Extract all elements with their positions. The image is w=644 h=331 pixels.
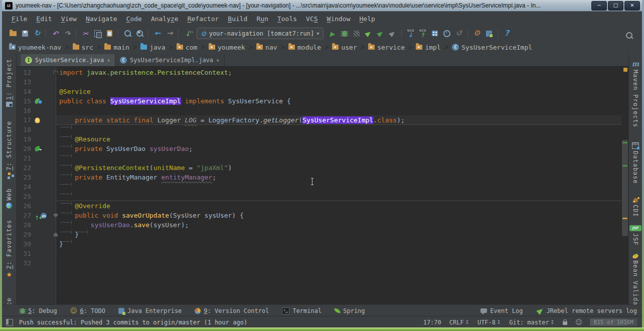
menu-vcs[interactable]: VCS xyxy=(301,14,322,24)
breadcrumb-item-nav[interactable]: nav xyxy=(256,44,277,51)
error-stripe-mark[interactable] xyxy=(622,142,627,143)
project-structure-icon[interactable] xyxy=(483,28,495,39)
jm-gutter-icon[interactable] xyxy=(41,213,47,219)
readonly-lock-icon[interactable] xyxy=(563,319,567,325)
tool-window-button-2-favorites[interactable]: 2: Favorites xyxy=(6,220,13,279)
error-stripe-mark[interactable] xyxy=(623,68,627,72)
help-icon[interactable] xyxy=(501,28,513,39)
run-configuration-select[interactable]: your-navigation [tomcat7:run]▼ xyxy=(197,28,324,39)
line-number[interactable]: 19 xyxy=(17,134,34,144)
tool-window-button-jsf[interactable]: JSF xyxy=(629,225,641,246)
maximize-button[interactable]: □ xyxy=(608,1,623,11)
forward-icon[interactable] xyxy=(164,28,176,39)
line-number[interactable]: 23 xyxy=(17,173,34,182)
tool-window-button-5-debug[interactable]: 5: Debug xyxy=(20,307,57,314)
error-stripe-mark[interactable] xyxy=(622,218,627,219)
close-icon[interactable]: × xyxy=(216,57,220,64)
menu-run[interactable]: Run xyxy=(252,14,272,24)
breadcrumb-item-service[interactable]: service xyxy=(368,44,405,51)
jrebel-run-icon[interactable] xyxy=(363,28,375,39)
compile-icon[interactable] xyxy=(182,28,194,39)
breadcrumb-item-user[interactable]: user xyxy=(332,44,357,51)
tool-window-button-9-version-control[interactable]: 9: Version Control xyxy=(195,307,269,314)
tool-window-toggle-icon[interactable] xyxy=(6,319,13,326)
line-number[interactable]: 14 xyxy=(17,87,34,96)
tool-window-button-java-enterprise[interactable]: Java Enterprise xyxy=(118,307,182,314)
line-number[interactable]: 20 xyxy=(17,144,34,153)
tab-sysuserservice.java[interactable]: SysUserService.java× xyxy=(21,54,115,66)
line-number[interactable]: 28 xyxy=(17,220,34,230)
open-folder-icon[interactable] xyxy=(7,28,19,39)
line-number[interactable]: 17 xyxy=(17,115,34,125)
menu-tools[interactable]: Tools xyxy=(273,14,301,24)
changes-icon[interactable] xyxy=(429,28,441,39)
bean-gutter-icon[interactable] xyxy=(34,98,41,104)
close-icon[interactable]: × xyxy=(107,57,110,64)
tool-window-button-cdi[interactable]: CDI xyxy=(632,198,639,217)
line-number[interactable]: 13 xyxy=(17,77,34,87)
local-history-icon[interactable] xyxy=(441,28,453,39)
tool-window-button-event-log[interactable]: Event Log xyxy=(480,307,523,314)
tool-window-button-7-structure[interactable]: 7: Structure xyxy=(6,121,13,175)
line-number[interactable]: 21 xyxy=(17,153,34,163)
breadcrumb-item-sysuserserviceimpl[interactable]: SysUserServiceImpl xyxy=(452,44,532,51)
line-number[interactable]: 27 xyxy=(17,211,34,220)
sync-icon[interactable] xyxy=(31,28,43,39)
tool-window-button-6-todo[interactable]: 6: TODO xyxy=(70,307,105,314)
run-icon[interactable] xyxy=(327,28,339,39)
breadcrumb-item-module[interactable]: module xyxy=(288,44,321,51)
tool-window-button-database[interactable]: Database xyxy=(632,142,639,184)
menu-build[interactable]: Build xyxy=(223,14,252,24)
line-number[interactable]: 15 xyxy=(17,96,34,106)
line-number[interactable]: 25 xyxy=(17,192,34,201)
git-branch-widget[interactable]: Git: master↕ xyxy=(509,319,555,326)
memory-indicator[interactable]: 815 of 1016M xyxy=(589,318,638,326)
tool-window-button-maven-projects[interactable]: Maven Projects xyxy=(632,60,639,127)
encoding-widget[interactable]: UTF-8↕ xyxy=(477,319,501,326)
line-number[interactable]: 29 xyxy=(17,230,34,239)
line-number[interactable]: 30 xyxy=(17,239,34,249)
bulb-gutter-icon[interactable] xyxy=(35,117,40,123)
breadcrumb-item-src[interactable]: src xyxy=(73,44,93,51)
breadcrumb-item-youmeek-nav[interactable]: youmeek-nav xyxy=(9,44,61,51)
paste-icon[interactable] xyxy=(103,28,115,39)
search-everywhere-icon[interactable] xyxy=(623,30,635,41)
line-number[interactable]: 18 xyxy=(17,125,34,134)
scrollbar-thumb[interactable] xyxy=(622,140,628,236)
error-stripe-mark[interactable] xyxy=(622,165,627,167)
breadcrumb-item-impl[interactable]: impl xyxy=(416,44,440,51)
tool-window-button-jrebel-remote-servers-log[interactable]: JRebel remote servers log xyxy=(538,307,637,314)
menu-analyze[interactable]: Analyze xyxy=(146,14,183,24)
menu-file[interactable]: File xyxy=(7,14,32,24)
line-number[interactable]: 12 xyxy=(17,68,34,77)
highlighting-level-icon[interactable]: ☺ xyxy=(575,318,582,326)
redo-icon[interactable] xyxy=(61,28,73,39)
tool-window-button-spring[interactable]: Spring xyxy=(335,307,365,314)
replace-icon[interactable] xyxy=(133,28,145,39)
close-button[interactable]: ✕ xyxy=(624,1,640,11)
line-number[interactable]: 31 xyxy=(17,249,34,258)
back-icon[interactable] xyxy=(151,28,164,39)
breadcrumb-item-com[interactable]: com xyxy=(177,44,197,51)
menu-help[interactable]: Help xyxy=(355,14,380,24)
line-number[interactable]: 26 xyxy=(17,201,34,211)
attach-icon[interactable] xyxy=(387,28,399,39)
autowired-gutter-icon[interactable] xyxy=(34,145,41,151)
debug-icon[interactable] xyxy=(339,28,351,39)
menu-view[interactable]: View xyxy=(57,14,81,24)
vcs-commit-icon[interactable] xyxy=(417,28,429,39)
title-bar[interactable]: IJ youmeek-nav - [C:\Users\zhangchaohuan… xyxy=(0,0,644,12)
line-number[interactable]: 22 xyxy=(17,163,34,173)
rollback-icon[interactable] xyxy=(453,28,465,39)
line-separator-widget[interactable]: CRLF↕ xyxy=(449,319,469,326)
menu-refactor[interactable]: Refactor xyxy=(183,14,224,24)
error-stripe[interactable] xyxy=(621,67,628,304)
line-number[interactable]: 16 xyxy=(17,106,34,115)
tool-window-button-terminal[interactable]: Terminal xyxy=(282,307,321,314)
find-icon[interactable] xyxy=(121,28,133,39)
tool-window-button-1-project[interactable]: 1: Project xyxy=(6,59,13,107)
line-number[interactable]: 24 xyxy=(17,182,34,192)
save-icon[interactable] xyxy=(19,28,31,39)
undo-icon[interactable] xyxy=(49,28,61,39)
minimize-button[interactable]: ─ xyxy=(591,1,607,11)
